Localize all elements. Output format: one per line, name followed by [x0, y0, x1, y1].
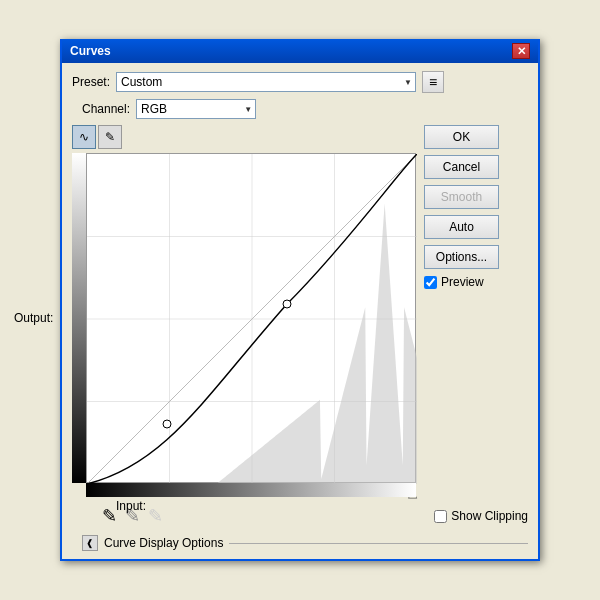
- dialog-title: Curves: [70, 44, 111, 58]
- input-gradient: [86, 483, 416, 497]
- curve-tool-button[interactable]: ∿: [72, 125, 96, 149]
- channel-select-wrap[interactable]: RGB Red Green Blue: [136, 99, 256, 119]
- preview-label: Preview: [441, 275, 484, 289]
- show-clipping-checkbox[interactable]: [434, 510, 447, 523]
- preset-label: Preset:: [72, 75, 110, 89]
- preset-select[interactable]: Custom Default Darker Increase Contrast …: [116, 72, 416, 92]
- curve-tools: ∿ ✎: [72, 125, 416, 149]
- output-gradient: [72, 153, 86, 483]
- curve-canvas[interactable]: [87, 154, 417, 484]
- channel-row: Channel: RGB Red Green Blue: [82, 99, 528, 119]
- curves-dialog: Curves ✕ Preset: Custom Default Darker I…: [60, 39, 540, 561]
- preview-row: Preview: [424, 275, 504, 289]
- preset-adjust-button[interactable]: ≡: [422, 71, 444, 93]
- bottom-tools: ✎ ✎ ✎ Show Clipping: [102, 505, 528, 527]
- black-eyedropper-icon[interactable]: ✎: [102, 505, 117, 527]
- cancel-button[interactable]: Cancel: [424, 155, 499, 179]
- show-clipping-label: Show Clipping: [451, 509, 528, 523]
- auto-button[interactable]: Auto: [424, 215, 499, 239]
- show-clipping-row: Show Clipping: [434, 509, 528, 523]
- main-area: ∿ ✎ △ Output: Input: OK Can: [72, 125, 528, 483]
- options-button[interactable]: Options...: [424, 245, 499, 269]
- ok-button[interactable]: OK: [424, 125, 499, 149]
- curve-area-wrapper: △ Output: Input:: [86, 153, 416, 483]
- divider: [229, 543, 528, 544]
- right-panel: OK Cancel Smooth Auto Options... Preview: [424, 125, 504, 483]
- left-panel: ∿ ✎ △ Output: Input:: [72, 125, 416, 483]
- expand-button[interactable]: ❰: [82, 535, 98, 551]
- curve-display-row: ❰ Curve Display Options: [82, 535, 528, 551]
- preset-select-wrap[interactable]: Custom Default Darker Increase Contrast …: [116, 72, 416, 92]
- dialog-body: Preset: Custom Default Darker Increase C…: [62, 63, 538, 559]
- output-label: Output:: [14, 311, 53, 325]
- white-eyedropper-icon[interactable]: ✎: [148, 505, 163, 527]
- preview-checkbox[interactable]: [424, 276, 437, 289]
- input-label: Input:: [116, 499, 146, 513]
- preset-row: Preset: Custom Default Darker Increase C…: [72, 71, 528, 93]
- pencil-tool-button[interactable]: ✎: [98, 125, 122, 149]
- curve-container[interactable]: △: [86, 153, 416, 483]
- close-button[interactable]: ✕: [512, 43, 530, 59]
- channel-select[interactable]: RGB Red Green Blue: [136, 99, 256, 119]
- curve-display-label: Curve Display Options: [104, 536, 223, 550]
- channel-label: Channel:: [82, 102, 130, 116]
- titlebar: Curves ✕: [62, 39, 538, 63]
- smooth-button[interactable]: Smooth: [424, 185, 499, 209]
